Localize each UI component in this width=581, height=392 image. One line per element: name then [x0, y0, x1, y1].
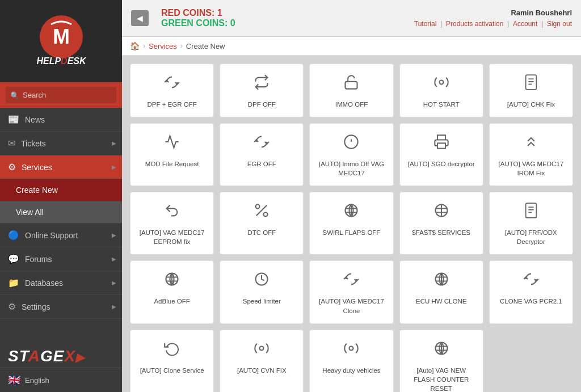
service-icon-5: [524, 74, 538, 94]
flag-icon: 🇬🇧: [8, 374, 20, 386]
service-label-16: AdBlue OFF: [154, 297, 190, 306]
tutorial-link[interactable]: Tutorial: [414, 20, 437, 28]
svg-point-14: [264, 213, 268, 217]
language-selector[interactable]: 🇬🇧 English: [0, 368, 122, 392]
service-card-17[interactable]: Speed limiter: [220, 260, 304, 323]
sidebar-item-tickets[interactable]: ✉ Tickets ▶: [0, 132, 122, 155]
sidebar-item-view-all[interactable]: View All: [0, 201, 122, 224]
sidebar-item-forums[interactable]: 💬 Forums ▶: [0, 247, 122, 271]
breadcrumb: 🏠 › Services › Create New: [122, 37, 581, 56]
sidebar-item-databases[interactable]: 📁 Databases ▶: [0, 271, 122, 295]
service-card-13[interactable]: SWIRL FLAPS OFF: [309, 192, 393, 255]
tickets-icon: ✉: [8, 138, 15, 149]
service-icon-15: [524, 203, 538, 222]
breadcrumb-create-new: Create New: [186, 42, 225, 50]
home-icon[interactable]: 🏠: [130, 41, 140, 50]
service-icon-20: [523, 271, 539, 291]
breadcrumb-services[interactable]: Services: [149, 42, 177, 50]
service-label-23: Heavy duty vehicles: [322, 366, 380, 375]
search-input[interactable]: [6, 87, 116, 103]
service-label-24: [Auto] VAG NEW FLASH COUNTER RESET: [406, 366, 477, 392]
svg-line-15: [256, 205, 267, 216]
account-link[interactable]: Account: [513, 20, 537, 28]
service-icon-3: [343, 74, 359, 94]
search-area[interactable]: 🔍: [0, 82, 122, 108]
news-icon: 📰: [8, 114, 19, 125]
service-label-21: [AUTO] Clone Service: [140, 366, 204, 375]
service-card-10[interactable]: [AUTO] VAG MEDC17 IROM Fix: [489, 123, 573, 186]
svg-point-4: [439, 81, 443, 85]
service-card-18[interactable]: [AUTO] VAG MEDC17 Clone: [309, 260, 393, 323]
service-icon-8: [343, 134, 359, 154]
services-grid: DPF + EGR OFF DPF OFF IMMO OFF HOT START…: [130, 64, 573, 392]
service-card-8[interactable]: [AUTO] Immo Off VAG MEDC17: [309, 123, 393, 186]
service-label-12: DTC OFF: [247, 228, 276, 237]
service-icon-17: [254, 271, 270, 291]
service-card-15[interactable]: [AUTO] FRF/ODX Decryptor: [489, 192, 573, 255]
sidebar-item-create-new[interactable]: Create New: [0, 179, 122, 201]
sign-out-link[interactable]: Sign out: [547, 20, 572, 28]
service-label-18: [AUTO] VAG MEDC17 Clone: [315, 297, 387, 315]
service-card-4[interactable]: HOT START: [399, 64, 483, 117]
service-card-24[interactable]: [Auto] VAG NEW FLASH COUNTER RESET: [399, 330, 483, 392]
service-label-17: Speed limiter: [243, 297, 281, 306]
svg-point-30: [350, 346, 353, 350]
back-button[interactable]: ◀: [131, 10, 149, 26]
service-icon-24: [433, 340, 449, 360]
service-card-7[interactable]: EGR OFF: [220, 123, 304, 186]
sidebar-item-services[interactable]: ⚙ Services ▶: [0, 155, 122, 179]
service-card-12[interactable]: DTC OFF: [220, 192, 304, 255]
service-card-22[interactable]: [AUTO] CVN FIX: [220, 330, 304, 392]
service-icon-23: [343, 340, 359, 360]
nav-label-forums: Forums: [25, 255, 52, 264]
service-card-14[interactable]: $FAST$ SERVICES: [399, 192, 483, 255]
service-card-11[interactable]: [AUTO] VAG MEDC17 EEPROM fix: [130, 192, 214, 255]
green-coins-value: 0: [230, 18, 235, 28]
sidebar-item-settings[interactable]: ⚙ Settings ▶: [0, 295, 122, 319]
service-card-9[interactable]: [AUTO] SGO decryptor: [399, 123, 483, 186]
service-icon-18: [343, 271, 359, 291]
service-label-1: DPF + EGR OFF: [147, 100, 196, 109]
service-label-19: ECU HW CLONE: [416, 297, 466, 306]
nav-label-databases: Databases: [25, 279, 63, 288]
service-icon-9: [433, 134, 449, 154]
databases-expand-icon: ▶: [112, 280, 116, 286]
coins-display: RED COINS: 1 GREEN COINS: 0: [161, 8, 235, 28]
logo-area: M HELPDESK: [0, 0, 122, 82]
service-card-2[interactable]: DPF OFF: [220, 64, 304, 117]
svg-text:HELPDESK: HELPDESK: [36, 56, 87, 66]
service-label-13: SWIRL FLAPS OFF: [323, 228, 381, 237]
svg-point-29: [260, 346, 264, 350]
svg-rect-5: [526, 75, 537, 90]
user-links: Tutorial | Products activation | Account…: [414, 19, 572, 28]
service-card-1[interactable]: DPF + EGR OFF: [130, 64, 214, 117]
tickets-expand-icon: ▶: [112, 140, 116, 146]
service-card-5[interactable]: [AUTO] CHK Fix: [489, 64, 573, 117]
service-card-3[interactable]: IMMO OFF: [309, 64, 393, 117]
service-card-16[interactable]: AdBlue OFF: [130, 260, 214, 323]
user-area: Ramin Boushehri Tutorial | Products acti…: [414, 9, 572, 28]
service-card-21[interactable]: [AUTO] Clone Service: [130, 330, 214, 392]
service-card-23[interactable]: Heavy duty vehicles: [309, 330, 393, 392]
green-coins: GREEN COINS: 0: [161, 18, 235, 28]
service-card-20[interactable]: CLONE VAG PCR2.1: [489, 260, 573, 323]
service-card-6[interactable]: MOD File Request: [130, 123, 214, 186]
sidebar-item-news[interactable]: 📰 News: [0, 108, 122, 132]
main-content: ◀ RED COINS: 1 GREEN COINS: 0 Ramin Bous…: [122, 0, 581, 392]
service-label-15: [AUTO] FRF/ODX Decryptor: [495, 228, 567, 246]
service-label-14: $FAST$ SERVICES: [412, 228, 470, 237]
coins-area: ◀ RED COINS: 1 GREEN COINS: 0: [131, 8, 235, 28]
service-icon-12: [254, 203, 270, 222]
language-label: English: [25, 376, 49, 385]
service-icon-19: [433, 271, 449, 291]
sidebar-item-online-support[interactable]: 🔵 Online Support ▶: [0, 224, 122, 247]
breadcrumb-sep-1: ›: [143, 42, 145, 50]
service-label-5: [AUTO] CHK Fix: [507, 100, 555, 109]
sidebar: M HELPDESK 🔍 📰 News ✉ Tickets ▶ ⚙ Servic…: [0, 0, 122, 392]
service-card-19[interactable]: ECU HW CLONE: [399, 260, 483, 323]
search-icon: 🔍: [10, 91, 19, 99]
settings-expand-icon: ▶: [112, 304, 116, 310]
service-icon-6: [164, 134, 180, 154]
products-activation-link[interactable]: Products activation: [446, 20, 503, 28]
nav-label-news: News: [25, 115, 45, 124]
